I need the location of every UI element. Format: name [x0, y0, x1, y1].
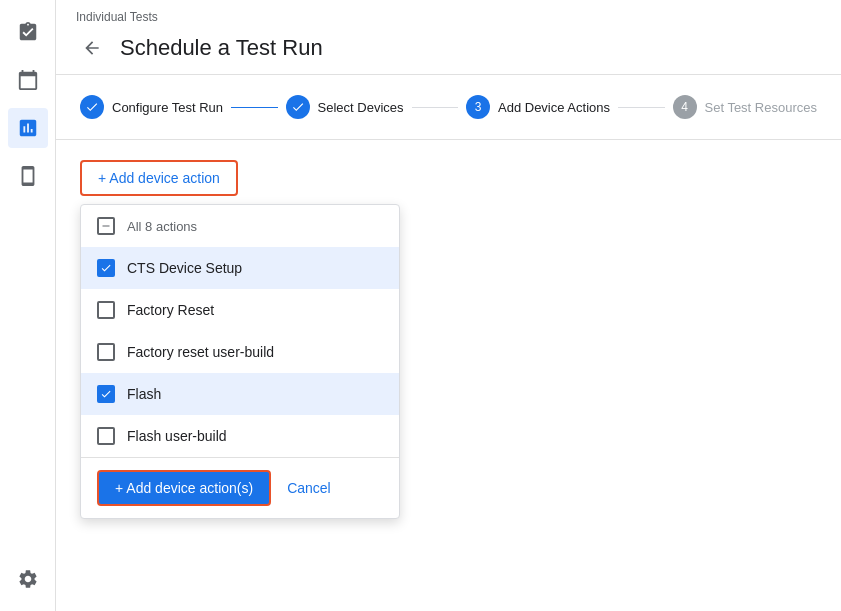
step-configure: Configure Test Run — [80, 95, 223, 119]
step-1-circle — [80, 95, 104, 119]
stepper: Configure Test Run Select Devices 3 Add … — [56, 75, 841, 140]
step-2-label: Select Devices — [318, 100, 404, 115]
sidebar-item-settings[interactable] — [8, 559, 48, 599]
dropdown-menu: All 8 actions CTS Device Setup Factory R… — [80, 204, 400, 519]
flash-label: Flash — [127, 386, 161, 402]
indeterminate-icon — [100, 220, 112, 232]
sidebar-item-clipboard[interactable] — [8, 12, 48, 52]
page-header: Schedule a Test Run — [56, 28, 841, 75]
connector-3 — [618, 107, 664, 108]
step-4-label: Set Test Resources — [705, 100, 817, 115]
sidebar-item-device[interactable] — [8, 156, 48, 196]
factory-reset-label: Factory Reset — [127, 302, 214, 318]
dropdown-item-flash-user[interactable]: Flash user-build — [81, 415, 399, 457]
dropdown-footer: + Add device action(s) Cancel — [81, 457, 399, 518]
dropdown-list: All 8 actions CTS Device Setup Factory R… — [81, 205, 399, 457]
step-3-label: Add Device Actions — [498, 100, 610, 115]
checkbox-factory-reset — [97, 301, 115, 319]
connector-1 — [231, 107, 277, 108]
cts-label: CTS Device Setup — [127, 260, 242, 276]
step-1-label: Configure Test Run — [112, 100, 223, 115]
step-3-circle: 3 — [466, 95, 490, 119]
dropdown-item-cts[interactable]: CTS Device Setup — [81, 247, 399, 289]
checkbox-cts — [97, 259, 115, 277]
step-add-device-actions: 3 Add Device Actions — [466, 95, 610, 119]
connector-2 — [412, 107, 458, 108]
checkbox-flash — [97, 385, 115, 403]
calendar-icon — [17, 69, 39, 91]
step-4-circle: 4 — [673, 95, 697, 119]
add-device-action-button[interactable]: + Add device action — [80, 160, 238, 196]
check-icon-1 — [85, 100, 99, 114]
sidebar-item-calendar[interactable] — [8, 60, 48, 100]
cancel-button[interactable]: Cancel — [287, 480, 331, 496]
back-icon — [82, 38, 102, 58]
dropdown-item-flash[interactable]: Flash — [81, 373, 399, 415]
check-flash-icon — [100, 388, 112, 400]
check-cts-icon — [100, 262, 112, 274]
content-area: + Add device action All 8 actions — [56, 140, 841, 216]
step-4-number: 4 — [681, 100, 688, 114]
dropdown-item-all[interactable]: All 8 actions — [81, 205, 399, 247]
checkbox-flash-user — [97, 427, 115, 445]
step-2-circle — [286, 95, 310, 119]
dropdown-item-factory-reset[interactable]: Factory Reset — [81, 289, 399, 331]
flash-user-label: Flash user-build — [127, 428, 227, 444]
checkbox-factory-reset-user — [97, 343, 115, 361]
add-device-actions-button[interactable]: + Add device action(s) — [97, 470, 271, 506]
settings-icon — [17, 568, 39, 590]
dropdown-item-factory-reset-user[interactable]: Factory reset user-build — [81, 331, 399, 373]
sidebar-item-analytics[interactable] — [8, 108, 48, 148]
checkbox-all — [97, 217, 115, 235]
sidebar — [0, 0, 56, 611]
step-set-resources: 4 Set Test Resources — [673, 95, 817, 119]
check-icon-2 — [291, 100, 305, 114]
device-icon — [17, 165, 39, 187]
factory-reset-user-label: Factory reset user-build — [127, 344, 274, 360]
breadcrumb: Individual Tests — [56, 0, 841, 28]
all-actions-label: All 8 actions — [127, 219, 197, 234]
step-select-devices: Select Devices — [286, 95, 404, 119]
analytics-icon — [17, 117, 39, 139]
step-3-number: 3 — [475, 100, 482, 114]
clipboard-icon — [17, 21, 39, 43]
page-title: Schedule a Test Run — [120, 35, 323, 61]
main-content: Individual Tests Schedule a Test Run Con… — [56, 0, 841, 611]
back-button[interactable] — [76, 32, 108, 64]
